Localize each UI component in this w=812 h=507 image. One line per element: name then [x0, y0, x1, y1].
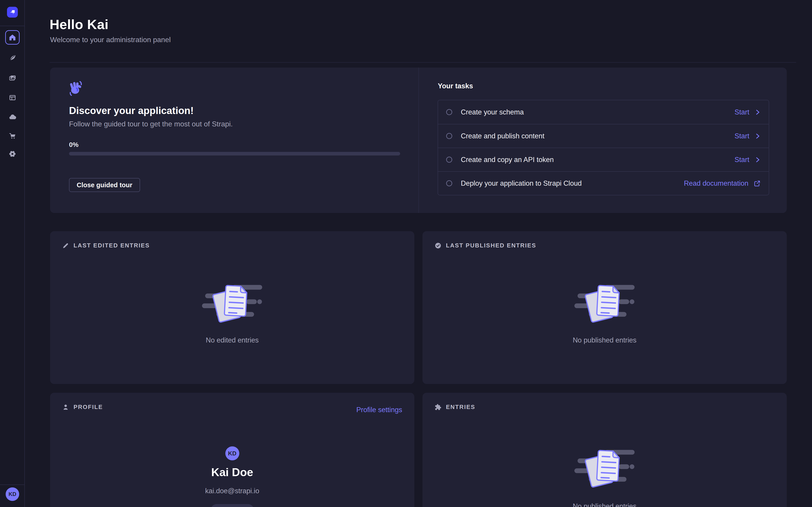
empty-state-caption: No published entries [422, 336, 787, 344]
puzzle-icon [435, 404, 442, 410]
layout-icon [9, 94, 16, 101]
task-row: Create and copy an API token Start [438, 148, 769, 171]
task-start-link[interactable]: Start [734, 132, 761, 140]
widget-header: ENTRIES [435, 404, 475, 410]
guided-tour-card: Discover your application! Follow the gu… [50, 68, 787, 213]
widget-title: PROFILE [73, 404, 103, 410]
task-status-circle-icon [446, 133, 452, 139]
task-start-link[interactable]: Start [734, 108, 761, 116]
user-avatar[interactable]: KD [6, 488, 19, 501]
task-status-circle-icon [446, 157, 452, 163]
profile-name: Kai Doe [50, 466, 414, 479]
widget-title: ENTRIES [446, 404, 475, 410]
sidebar-divider [0, 485, 25, 485]
task-row: Create and publish content Start [438, 124, 769, 148]
task-status-circle-icon [446, 180, 452, 186]
empty-state-caption: No edited entries [50, 336, 414, 344]
widget-header: PROFILE [62, 404, 103, 410]
chevron-right-icon [755, 133, 761, 139]
task-row: Create your schema Start [438, 100, 769, 124]
header-divider [50, 62, 796, 63]
last-edited-entries-card: LAST EDITED ENTRIES No edited entries [50, 231, 414, 384]
sidebar-item-settings[interactable] [7, 149, 17, 159]
task-row: Deploy your application to Strapi Cloud … [438, 171, 769, 195]
last-published-entries-card: LAST PUBLISHED ENTRIES No published entr… [422, 231, 787, 384]
page-title: Hello Kai [50, 17, 108, 32]
profile-card: PROFILE Profile settings KD Kai Doe kai.… [50, 393, 414, 507]
close-guided-tour-button[interactable]: Close guided tour [69, 178, 140, 192]
waving-hand-icon [69, 80, 83, 96]
sidebar-item-marketplace[interactable] [7, 131, 17, 141]
check-circle-icon [435, 242, 442, 249]
empty-documents-illustration [201, 282, 264, 326]
cloud-icon [9, 113, 16, 121]
page-subtitle: Welcome to your administration panel [50, 36, 171, 44]
chevron-right-icon [755, 109, 761, 115]
empty-state-caption: No published entries [422, 502, 787, 507]
entries-card: ENTRIES No published entries [422, 393, 787, 507]
guided-tour-title: Discover your application! [69, 105, 194, 116]
sidebar-item-content-type-builder[interactable] [7, 53, 17, 63]
task-label: Create and copy an API token [461, 156, 554, 164]
task-label: Create and publish content [461, 132, 545, 140]
task-read-documentation-link[interactable]: Read documentation [684, 179, 761, 187]
task-label: Deploy your application to Strapi Cloud [461, 179, 582, 187]
guided-tour-progress-bar [69, 152, 400, 156]
task-list: Create your schema Start Create and publ… [438, 100, 769, 195]
sidebar-divider [0, 26, 25, 26]
task-start-link[interactable]: Start [734, 156, 761, 164]
widget-title: LAST PUBLISHED ENTRIES [446, 242, 536, 249]
profile-avatar: KD [225, 446, 239, 460]
guided-tour-intro: Discover your application! Follow the gu… [50, 68, 418, 213]
cart-icon [9, 132, 16, 140]
feather-icon [9, 54, 16, 62]
guided-tour-progress-label: 0% [69, 141, 79, 149]
tasks-title: Your tasks [438, 82, 473, 90]
empty-documents-illustration [573, 447, 636, 491]
task-status-circle-icon [446, 109, 452, 115]
pencil-icon [62, 242, 69, 249]
widget-title: LAST EDITED ENTRIES [73, 242, 150, 249]
profile-role-badge [211, 504, 254, 507]
sidebar-item-home[interactable] [5, 30, 19, 45]
gear-icon [9, 150, 16, 158]
guided-tour-description: Follow the guided tour to get the most o… [69, 120, 233, 128]
chevron-right-icon [755, 157, 761, 163]
sidebar-item-content-manager[interactable] [7, 93, 17, 103]
person-icon [62, 404, 69, 410]
widget-header: LAST PUBLISHED ENTRIES [435, 242, 536, 249]
media-library-icon [9, 74, 16, 81]
external-link-icon [754, 180, 761, 187]
empty-documents-illustration [573, 282, 636, 326]
strapi-logo-icon [9, 9, 16, 15]
task-label: Create your schema [461, 108, 524, 116]
sidebar-item-cloud[interactable] [7, 112, 17, 122]
sidebar-item-media-library[interactable] [7, 73, 17, 83]
strapi-logo[interactable] [7, 7, 18, 17]
sidebar: KD [0, 0, 25, 507]
profile-settings-link[interactable]: Profile settings [356, 406, 402, 414]
home-icon [9, 34, 16, 41]
widget-header: LAST EDITED ENTRIES [62, 242, 150, 249]
profile-email: kai.doe@strapi.io [50, 487, 414, 495]
tasks-panel: Your tasks Create your schema Start Crea… [419, 68, 787, 213]
